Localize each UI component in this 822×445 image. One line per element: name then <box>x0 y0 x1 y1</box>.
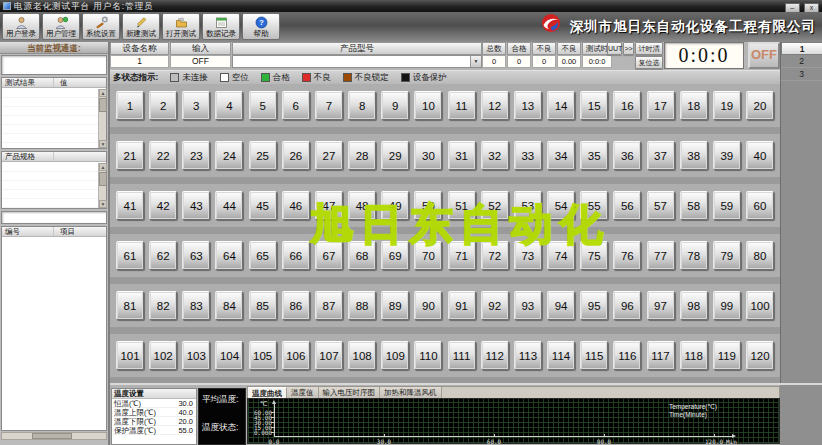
results-scrollbar[interactable]: ▲ ▼ <box>98 89 106 148</box>
channel-button[interactable]: 112 <box>481 341 509 370</box>
expand-button[interactable]: >> <box>623 42 634 55</box>
page-button-1[interactable]: 1 <box>781 42 822 55</box>
channel-button[interactable]: 18 <box>680 91 708 120</box>
toolbar-button-0[interactable]: 用户登录 <box>2 13 40 40</box>
channel-button[interactable]: 90 <box>414 291 442 320</box>
channel-button[interactable]: 99 <box>713 291 741 320</box>
channel-button[interactable]: 77 <box>647 241 675 270</box>
channel-button[interactable]: 38 <box>680 141 708 170</box>
tab-input-voltage-timing[interactable]: 输入电压时序图 <box>319 387 381 398</box>
channel-button[interactable]: 46 <box>282 191 310 220</box>
channel-button[interactable]: 45 <box>249 191 277 220</box>
scroll-down-icon[interactable]: ▼ <box>99 140 107 148</box>
tab-temp-curve[interactable]: 温度曲线 <box>248 387 287 398</box>
channel-button[interactable]: 24 <box>215 141 243 170</box>
channel-button[interactable]: 4 <box>215 91 243 120</box>
off-button[interactable]: OFF <box>748 42 780 69</box>
channel-button[interactable]: 16 <box>613 91 641 120</box>
channel-button[interactable]: 27 <box>315 141 343 170</box>
channel-button[interactable]: 44 <box>215 191 243 220</box>
channel-button[interactable]: 74 <box>547 241 575 270</box>
tab-temp-values[interactable]: 温度值 <box>287 387 319 398</box>
channel-button[interactable]: 113 <box>514 341 542 370</box>
channel-button[interactable]: 71 <box>448 241 476 270</box>
channel-button[interactable]: 58 <box>680 191 708 220</box>
channel-button[interactable]: 1 <box>116 91 144 120</box>
channel-button[interactable]: 119 <box>713 341 741 370</box>
channel-button[interactable]: 76 <box>613 241 641 270</box>
channel-button[interactable]: 28 <box>348 141 376 170</box>
channel-button[interactable]: 19 <box>713 91 741 120</box>
channel-button[interactable]: 101 <box>116 341 144 370</box>
channel-button[interactable]: 41 <box>116 191 144 220</box>
channel-button[interactable]: 102 <box>149 341 177 370</box>
channel-button[interactable]: 33 <box>514 141 542 170</box>
channel-button[interactable]: 7 <box>315 91 343 120</box>
channel-button[interactable]: 25 <box>249 141 277 170</box>
channel-button[interactable]: 79 <box>713 241 741 270</box>
channel-button[interactable]: 5 <box>249 91 277 120</box>
channel-button[interactable]: 53 <box>514 191 542 220</box>
channel-button[interactable]: 70 <box>414 241 442 270</box>
channel-button[interactable]: 95 <box>580 291 608 320</box>
channel-button[interactable]: 42 <box>149 191 177 220</box>
channel-button[interactable]: 68 <box>348 241 376 270</box>
channel-button[interactable]: 32 <box>481 141 509 170</box>
channel-button[interactable]: 23 <box>182 141 210 170</box>
channel-button[interactable]: 64 <box>215 241 243 270</box>
chevron-down-icon[interactable]: ▼ <box>470 56 481 67</box>
channel-button[interactable]: 8 <box>348 91 376 120</box>
channel-button[interactable]: 14 <box>547 91 575 120</box>
channel-button[interactable]: 85 <box>249 291 277 320</box>
channel-button[interactable]: 6 <box>282 91 310 120</box>
uut-button[interactable]: UUT <box>607 42 622 55</box>
channel-button[interactable]: 120 <box>746 341 774 370</box>
channel-button[interactable]: 63 <box>182 241 210 270</box>
channel-button[interactable]: 34 <box>547 141 575 170</box>
channel-button[interactable]: 17 <box>647 91 675 120</box>
channel-button[interactable]: 91 <box>448 291 476 320</box>
channel-button[interactable]: 40 <box>746 141 774 170</box>
channel-button[interactable]: 100 <box>746 291 774 320</box>
channel-button[interactable]: 55 <box>580 191 608 220</box>
channel-button[interactable]: 83 <box>182 291 210 320</box>
scroll-up-icon[interactable]: ▲ <box>99 89 107 97</box>
channel-button[interactable]: 110 <box>414 341 442 370</box>
channel-button[interactable]: 52 <box>481 191 509 220</box>
items-hscrollbar[interactable] <box>1 432 107 440</box>
channel-button[interactable]: 51 <box>448 191 476 220</box>
channel-button[interactable]: 37 <box>647 141 675 170</box>
channel-button[interactable]: 106 <box>282 341 310 370</box>
scroll-up-icon[interactable]: ▲ <box>99 163 107 171</box>
channel-button[interactable]: 43 <box>182 191 210 220</box>
channel-button[interactable]: 49 <box>381 191 409 220</box>
channel-button[interactable]: 2 <box>149 91 177 120</box>
channel-button[interactable]: 116 <box>613 341 641 370</box>
channel-button[interactable]: 30 <box>414 141 442 170</box>
channel-button[interactable]: 105 <box>249 341 277 370</box>
channel-button[interactable]: 87 <box>315 291 343 320</box>
channel-button[interactable]: 39 <box>713 141 741 170</box>
product-model-combobox[interactable]: ▼ <box>232 55 482 68</box>
channel-button[interactable]: 93 <box>514 291 542 320</box>
channel-button[interactable]: 59 <box>713 191 741 220</box>
page-button-2[interactable]: 2 <box>781 55 822 68</box>
channel-button[interactable]: 3 <box>182 91 210 120</box>
channel-button[interactable]: 114 <box>547 341 575 370</box>
channel-button[interactable]: 31 <box>448 141 476 170</box>
channel-button[interactable]: 94 <box>547 291 575 320</box>
toolbar-button-5[interactable]: 数据记录 <box>202 13 240 40</box>
tab-heat-cool-fan[interactable]: 加热和降温风机 <box>380 387 442 398</box>
channel-button[interactable]: 47 <box>315 191 343 220</box>
channel-button[interactable]: 82 <box>149 291 177 320</box>
channel-button[interactable]: 81 <box>116 291 144 320</box>
channel-button[interactable]: 75 <box>580 241 608 270</box>
channel-button[interactable]: 13 <box>514 91 542 120</box>
reset-option-button[interactable]: 复位选项 <box>635 56 663 69</box>
channel-button[interactable]: 62 <box>149 241 177 270</box>
channel-button[interactable]: 117 <box>647 341 675 370</box>
channel-button[interactable]: 12 <box>481 91 509 120</box>
channel-button[interactable]: 78 <box>680 241 708 270</box>
channel-button[interactable]: 9 <box>381 91 409 120</box>
channel-button[interactable]: 109 <box>381 341 409 370</box>
